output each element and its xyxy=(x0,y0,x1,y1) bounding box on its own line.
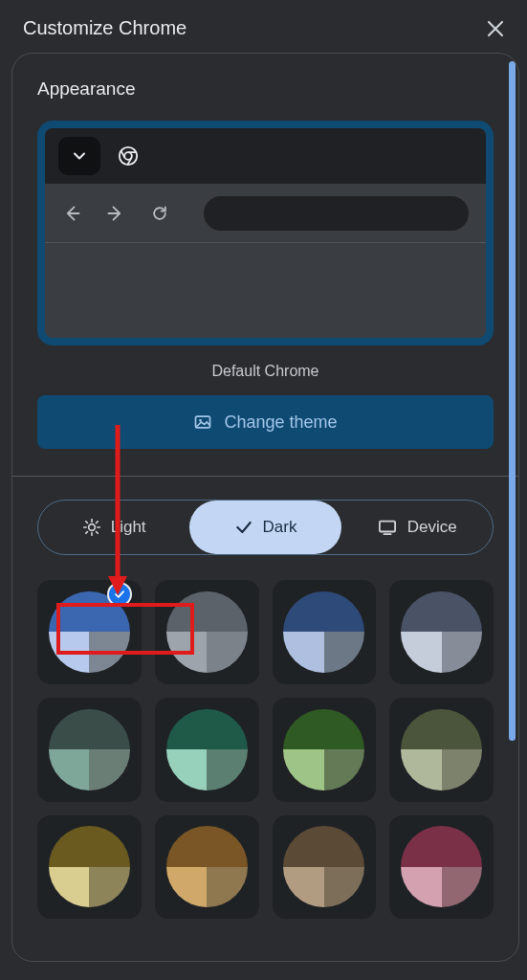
mode-light-label: Light xyxy=(111,518,146,537)
svg-point-4 xyxy=(88,524,95,531)
preview-tab-dropdown xyxy=(58,137,100,175)
close-button[interactable] xyxy=(487,20,504,37)
reload-icon xyxy=(150,204,169,223)
swatch-circle xyxy=(166,709,248,791)
monitor-icon xyxy=(377,519,398,536)
color-swatch[interactable] xyxy=(389,815,494,920)
color-swatch[interactable] xyxy=(389,698,494,802)
color-swatch[interactable] xyxy=(273,698,377,802)
customize-chrome-panel: Customize Chrome Appearance xyxy=(0,0,527,980)
chevron-down-icon xyxy=(73,149,86,163)
color-swatch[interactable] xyxy=(273,580,377,684)
mode-device[interactable]: Device xyxy=(341,501,493,554)
color-swatch[interactable] xyxy=(37,580,142,684)
color-swatch[interactable] xyxy=(273,815,377,920)
image-icon xyxy=(193,412,212,432)
divider xyxy=(12,476,518,477)
check-icon xyxy=(234,518,253,537)
preview-omnibox xyxy=(204,196,469,231)
color-swatch[interactable] xyxy=(37,698,142,802)
color-swatch[interactable] xyxy=(155,815,259,920)
forward-icon xyxy=(106,204,125,223)
swatch-circle xyxy=(166,826,248,907)
change-theme-button[interactable]: Change theme xyxy=(37,395,494,449)
panel-header: Customize Chrome xyxy=(0,0,527,53)
selected-check-icon xyxy=(107,582,132,607)
color-swatch[interactable] xyxy=(389,580,494,684)
swatch-circle xyxy=(49,709,130,791)
change-theme-label: Change theme xyxy=(224,412,337,433)
scroll-area: Appearance xyxy=(11,53,519,962)
preview-tabbar xyxy=(45,128,486,184)
back-icon xyxy=(62,204,81,223)
preview-content xyxy=(45,243,486,339)
color-swatch[interactable] xyxy=(37,815,142,920)
swatch-circle xyxy=(49,826,130,907)
mode-dark-label: Dark xyxy=(263,518,297,537)
scrollbar[interactable] xyxy=(509,61,516,741)
swatch-circle xyxy=(166,591,248,673)
chrome-icon xyxy=(118,145,139,167)
swatch-circle xyxy=(401,826,482,907)
swatch-circle xyxy=(283,826,364,907)
swatch-circle xyxy=(283,709,364,791)
section-title-appearance: Appearance xyxy=(37,78,494,100)
mode-dark[interactable]: Dark xyxy=(189,501,340,554)
swatch-circle xyxy=(283,591,364,673)
svg-rect-5 xyxy=(380,522,395,532)
panel-title: Customize Chrome xyxy=(23,17,187,39)
theme-name-label: Default Chrome xyxy=(37,363,494,380)
color-swatch[interactable] xyxy=(155,580,259,684)
mode-light[interactable]: Light xyxy=(38,501,189,554)
theme-preview xyxy=(37,121,494,345)
sun-icon xyxy=(82,518,101,537)
color-swatch[interactable] xyxy=(155,698,259,802)
preview-toolbar xyxy=(45,184,486,243)
mode-device-label: Device xyxy=(407,518,457,537)
swatch-circle xyxy=(401,591,482,673)
color-swatch-grid xyxy=(37,580,494,919)
swatch-circle xyxy=(401,709,482,791)
color-mode-segmented: Light Dark Device xyxy=(37,500,494,555)
